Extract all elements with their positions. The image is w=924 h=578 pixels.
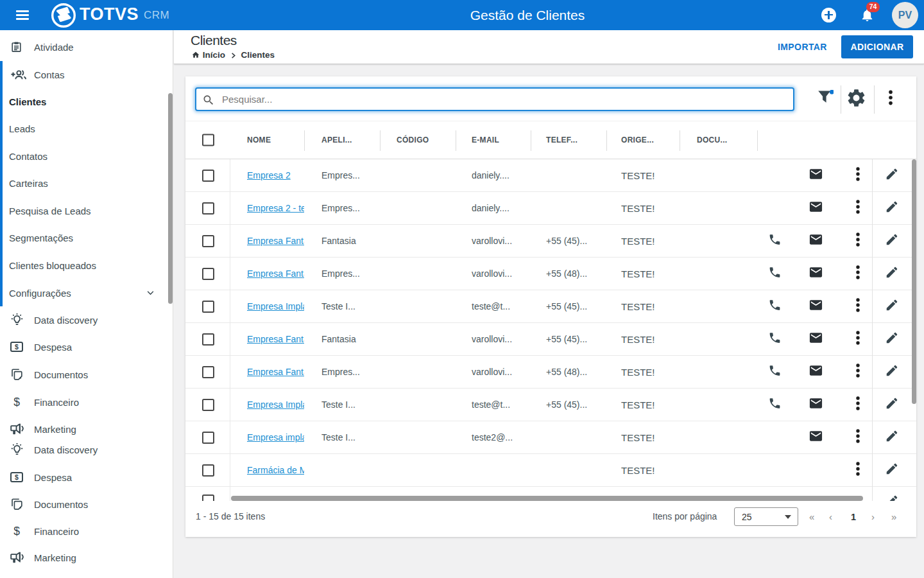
svg-text:$: $ [13, 525, 20, 538]
svg-text:$: $ [15, 343, 19, 351]
svg-text:$: $ [13, 396, 20, 408]
svg-text:$: $ [15, 473, 19, 481]
